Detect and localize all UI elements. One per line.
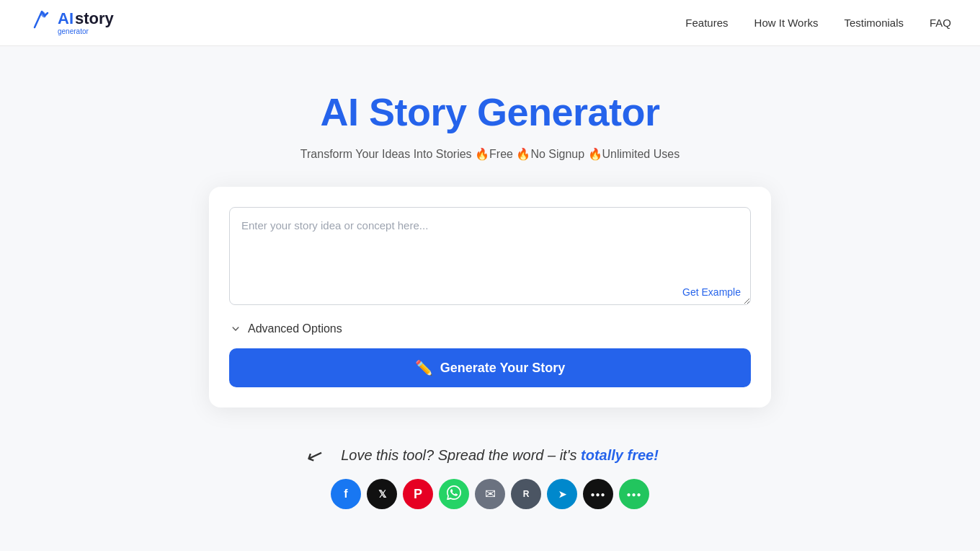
generate-button-label: Generate Your Story xyxy=(440,361,565,376)
story-input[interactable] xyxy=(229,207,751,305)
share-telegram-button[interactable]: ➤ xyxy=(547,479,577,509)
chevron-down-icon xyxy=(229,322,242,335)
nav-how-it-works[interactable]: How It Works xyxy=(754,17,819,29)
share-more-button-2[interactable]: ●●● xyxy=(619,479,649,509)
logo-text: AIstory xyxy=(58,11,114,27)
logo-generator-text: generator xyxy=(58,28,114,35)
advanced-options-toggle[interactable]: Advanced Options xyxy=(229,322,751,335)
share-tagline: Love this tool? Spread the word – it's t… xyxy=(341,447,659,464)
logo-icon xyxy=(29,9,52,37)
share-email-button[interactable]: ✉ xyxy=(475,479,505,509)
share-whatsapp-button[interactable] xyxy=(439,479,469,509)
subtitle: Transform Your Ideas Into Stories 🔥Free … xyxy=(300,147,680,161)
share-twitter-button[interactable]: 𝕏 xyxy=(367,479,397,509)
nav-faq[interactable]: FAQ xyxy=(930,17,951,29)
whatsapp-icon xyxy=(447,485,461,503)
arrow-icon: ↙ xyxy=(303,441,327,470)
more-icon-2: ●●● xyxy=(626,490,641,498)
share-buttons: f 𝕏 P ✉ R ➤ ●●● xyxy=(331,479,649,509)
main-nav: Features How It Works Testimonials FAQ xyxy=(685,17,951,29)
main-content: AI Story Generator Transform Your Ideas … xyxy=(0,46,980,538)
generate-button[interactable]: ✏️ Generate Your Story xyxy=(229,348,751,387)
textarea-wrap: Get Example xyxy=(229,207,751,308)
logo[interactable]: AIstory generator xyxy=(29,9,114,37)
share-facebook-button[interactable]: f xyxy=(331,479,361,509)
share-section: ↙ Love this tool? Spread the word – it's… xyxy=(321,444,659,509)
generator-card: Get Example Advanced Options ✏️ Generate… xyxy=(209,187,771,407)
advanced-options-label: Advanced Options xyxy=(248,322,342,335)
facebook-icon: f xyxy=(344,488,347,501)
site-header: AIstory generator Features How It Works … xyxy=(0,0,980,46)
nav-testimonials[interactable]: Testimonials xyxy=(844,17,904,29)
telegram-icon: ➤ xyxy=(558,489,566,500)
pinterest-icon: P xyxy=(414,487,422,502)
share-reddit-button[interactable]: R xyxy=(511,479,541,509)
share-more-button-1[interactable]: ●●● xyxy=(583,479,613,509)
nav-features[interactable]: Features xyxy=(685,17,728,29)
get-example-button[interactable]: Get Example xyxy=(682,286,741,298)
more-icon-1: ●●● xyxy=(590,490,605,498)
reddit-icon: R xyxy=(523,489,530,499)
share-pinterest-button[interactable]: P xyxy=(403,479,433,509)
page-title: AI Story Generator xyxy=(320,89,659,134)
pencil-icon: ✏️ xyxy=(415,359,433,376)
email-icon: ✉ xyxy=(485,486,496,502)
twitter-icon: 𝕏 xyxy=(378,488,386,500)
